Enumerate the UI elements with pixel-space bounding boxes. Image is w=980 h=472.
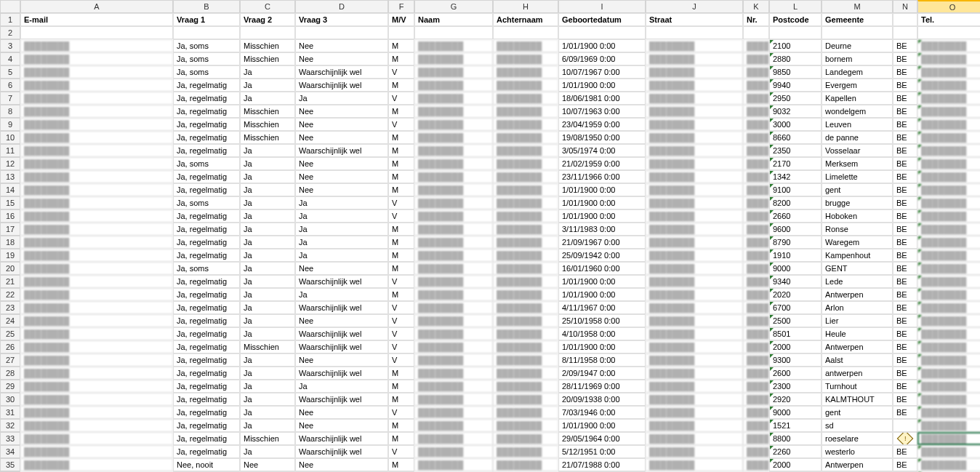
cell[interactable]: ████████ <box>414 314 493 327</box>
cell[interactable]: V <box>388 314 414 327</box>
cell[interactable]: ████████ <box>493 144 558 157</box>
cell[interactable]: M <box>388 39 414 52</box>
cell[interactable]: Waarschijnlijk wel <box>295 445 388 458</box>
cell[interactable]: ████████ <box>743 380 769 393</box>
cell[interactable]: Misschien <box>240 39 295 52</box>
cell[interactable]: ████████ <box>493 249 558 262</box>
cell[interactable]: Ja, regelmatig <box>173 144 240 157</box>
cell[interactable]: Deurne <box>822 39 893 52</box>
cell[interactable]: Misschien <box>240 118 295 131</box>
cell[interactable]: M <box>388 236 414 249</box>
cell[interactable]: BE <box>893 327 917 340</box>
cell[interactable]: Ja, regelmatig <box>173 380 240 393</box>
cell[interactable]: ████████ <box>493 105 558 118</box>
cell[interactable]: Waarschijnlijk wel <box>295 301 388 314</box>
cell[interactable]: Ja, regelmatig <box>173 275 240 288</box>
cell[interactable]: ████████ <box>743 118 769 131</box>
cell[interactable]: ████████ <box>646 65 743 79</box>
cell[interactable]: Kampenhout <box>822 249 893 262</box>
cell[interactable]: BE <box>893 367 917 380</box>
cell[interactable]: gent <box>822 183 893 196</box>
cell[interactable]: ████████ <box>20 301 173 314</box>
cell[interactable]: ████████ <box>493 458 558 471</box>
cell[interactable]: ████████ <box>743 209 769 223</box>
cell[interactable]: 2000 <box>769 340 822 353</box>
cell[interactable]: Ja <box>240 196 295 209</box>
cell[interactable]: BE <box>893 131 917 144</box>
cell[interactable]: ████████ <box>917 275 980 288</box>
cell[interactable]: Waarschijnlijk wel <box>295 432 388 445</box>
cell[interactable]: ████████ <box>646 249 743 262</box>
cell[interactable]: de panne <box>822 131 893 144</box>
cell[interactable]: 2350 <box>769 144 822 157</box>
cell[interactable]: Ja <box>240 288 295 301</box>
cell[interactable]: ████████ <box>917 458 980 471</box>
cell[interactable]: ████████ <box>20 223 173 236</box>
cell[interactable]: Nee <box>295 419 388 432</box>
cell[interactable]: Ja <box>240 209 295 223</box>
cell[interactable]: Ja, regelmatig <box>173 432 240 445</box>
row-header-5[interactable]: 5 <box>0 65 20 79</box>
cell[interactable]: ████████ <box>743 458 769 471</box>
cell[interactable]: 29/05/1964 0:00 <box>558 432 646 445</box>
column-header-M[interactable]: M <box>822 0 893 13</box>
cell[interactable]: ████████ <box>20 92 173 105</box>
cell[interactable]: BE <box>893 340 917 353</box>
cell[interactable]: ████████ <box>414 367 493 380</box>
cell[interactable]: GENT <box>822 262 893 275</box>
cell[interactable]: V <box>388 275 414 288</box>
cell[interactable] <box>20 26 173 39</box>
cell[interactable]: ████████ <box>20 353 173 367</box>
cell[interactable]: ████████ <box>414 458 493 471</box>
cell[interactable]: Waarschijnlijk wel <box>295 275 388 288</box>
cell[interactable]: 8800 <box>769 432 822 445</box>
cell[interactable]: ████████ <box>414 65 493 79</box>
cell[interactable]: ████████ <box>493 183 558 196</box>
cell[interactable]: ████████ <box>493 340 558 353</box>
cell[interactable]: bornem <box>822 52 893 65</box>
cell[interactable]: M <box>388 131 414 144</box>
cell[interactable] <box>743 26 769 39</box>
cell[interactable]: ████████ <box>917 105 980 118</box>
cell[interactable]: ████████ <box>20 380 173 393</box>
cell[interactable]: 2660 <box>769 209 822 223</box>
cell[interactable]: Ja <box>295 223 388 236</box>
cell[interactable]: BE <box>893 288 917 301</box>
cell[interactable]: Arlon <box>822 301 893 314</box>
cell[interactable]: ████████ <box>20 367 173 380</box>
cell[interactable]: ████████ <box>917 52 980 65</box>
column-header-I[interactable]: I <box>558 0 646 13</box>
row-header-26[interactable]: 26 <box>0 340 20 353</box>
cell[interactable]: ████████ <box>917 367 980 380</box>
cell[interactable]: ████████ <box>414 131 493 144</box>
cell[interactable]: ████████ <box>917 314 980 327</box>
cell[interactable]: 21/09/1967 0:00 <box>558 236 646 249</box>
cell[interactable]: ████████ <box>917 223 980 236</box>
cell[interactable]: Waarschijnlijk wel <box>295 327 388 340</box>
cell[interactable]: ████████ <box>20 183 173 196</box>
cell[interactable]: ████████ <box>917 65 980 79</box>
cell[interactable]: BE <box>893 209 917 223</box>
column-header-F[interactable]: F <box>388 0 414 13</box>
cell[interactable]: BE <box>893 223 917 236</box>
row-header-21[interactable]: 21 <box>0 275 20 288</box>
row-header-7[interactable]: 7 <box>0 92 20 105</box>
cell[interactable]: 2100 <box>769 39 822 52</box>
cell[interactable]: Ja, regelmatig <box>173 249 240 262</box>
cell[interactable]: ████████ <box>917 196 980 209</box>
cell[interactable]: V <box>388 406 414 419</box>
cell[interactable]: M <box>388 458 414 471</box>
row-header-12[interactable]: 12 <box>0 157 20 170</box>
cell[interactable]: BE <box>893 65 917 79</box>
header-cell[interactable]: M/V <box>388 13 414 26</box>
cell[interactable]: ████████ <box>414 393 493 406</box>
cell[interactable]: ████████ <box>917 327 980 340</box>
cell[interactable] <box>646 26 743 39</box>
cell[interactable]: Lede <box>822 275 893 288</box>
cell[interactable]: ████████ <box>20 131 173 144</box>
cell[interactable]: 2300 <box>769 380 822 393</box>
cell[interactable]: ████████ <box>646 458 743 471</box>
cell[interactable] <box>414 26 493 39</box>
cell[interactable]: Ja <box>240 380 295 393</box>
cell[interactable]: ████████ <box>743 92 769 105</box>
